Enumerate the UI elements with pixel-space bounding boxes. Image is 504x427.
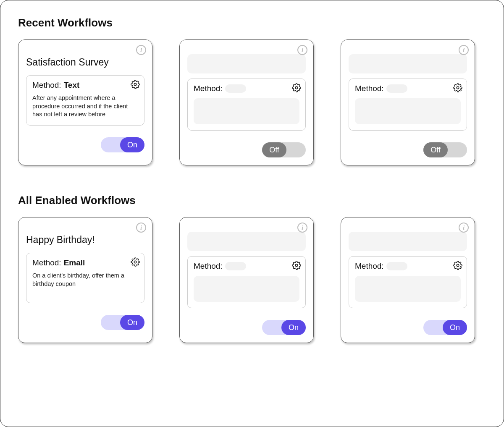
description-placeholder: [194, 276, 299, 302]
workflow-toggle[interactable]: On: [423, 320, 467, 335]
workflow-title: Happy Birthday!: [26, 234, 144, 246]
workflow-method-box: Method:: [349, 256, 467, 308]
workflow-card: Method: On: [179, 217, 314, 343]
method-label: Method:: [194, 84, 223, 93]
workflow-method-line: Method: Email: [32, 258, 138, 267]
workflow-method-line: Method:: [194, 262, 299, 271]
svg-point-2: [457, 86, 459, 89]
svg-point-5: [457, 264, 459, 267]
method-label: Method:: [355, 84, 384, 93]
workflow-toggle[interactable]: Off: [262, 142, 306, 157]
enabled-workflows-row: Happy Birthday! Method: Email On a clien…: [18, 217, 486, 343]
workflow-method-line: Method:: [355, 84, 461, 93]
title-placeholder: [187, 54, 306, 73]
gear-icon[interactable]: [131, 80, 140, 89]
method-value: Text: [64, 81, 80, 90]
method-value-placeholder: [225, 262, 246, 270]
recent-workflows-row: Satisfaction Survey Method: Text After a…: [18, 39, 486, 165]
description-placeholder: [194, 98, 299, 124]
enabled-workflows-heading: All Enabled Workflows: [18, 194, 486, 207]
workflow-method-line: Method:: [355, 262, 461, 271]
info-icon[interactable]: [136, 45, 146, 55]
gear-icon[interactable]: [292, 83, 301, 92]
workflow-description: After any appointment where a procedure …: [32, 94, 138, 119]
svg-point-1: [295, 86, 298, 89]
gear-icon[interactable]: [292, 261, 301, 270]
info-icon[interactable]: [297, 223, 307, 233]
toggle-knob: On: [120, 315, 144, 330]
method-value-placeholder: [225, 84, 246, 93]
info-icon[interactable]: [459, 223, 469, 233]
method-value-placeholder: [386, 84, 407, 93]
workflow-method-box: Method:: [187, 79, 306, 131]
gear-icon[interactable]: [453, 261, 462, 270]
workflow-card: Method: On: [341, 217, 475, 343]
workflows-page: Recent Workflows Satisfaction Survey Met…: [0, 0, 504, 427]
toggle-knob: Off: [423, 142, 448, 157]
workflow-method-box: Method:: [349, 79, 467, 131]
workflow-method-line: Method: Text: [32, 81, 138, 90]
gear-icon[interactable]: [131, 257, 140, 267]
workflow-method-box: Method: Email On a client's birthday, of…: [26, 253, 144, 303]
description-placeholder: [355, 98, 461, 124]
title-placeholder: [349, 54, 467, 73]
recent-workflows-heading: Recent Workflows: [18, 16, 486, 29]
workflow-toggle[interactable]: On: [101, 137, 144, 152]
method-label: Method:: [32, 258, 61, 267]
method-label: Method:: [194, 262, 223, 271]
method-value-placeholder: [386, 262, 407, 270]
gear-icon[interactable]: [453, 83, 462, 92]
svg-point-0: [134, 83, 136, 86]
toggle-knob: On: [120, 137, 144, 152]
method-label: Method:: [32, 81, 61, 90]
workflow-toggle[interactable]: On: [101, 315, 144, 330]
workflow-card: Satisfaction Survey Method: Text After a…: [18, 39, 152, 165]
workflow-toggle[interactable]: Off: [423, 142, 467, 157]
toggle-knob: Off: [262, 142, 286, 157]
svg-point-3: [134, 261, 136, 263]
method-value: Email: [64, 258, 85, 267]
workflow-method-box: Method:: [187, 256, 306, 308]
method-label: Method:: [355, 262, 384, 271]
info-icon[interactable]: [136, 223, 146, 233]
workflow-title: Satisfaction Survey: [26, 57, 144, 68]
svg-point-4: [295, 264, 298, 267]
title-placeholder: [187, 232, 306, 251]
workflow-card: Happy Birthday! Method: Email On a clien…: [18, 217, 152, 343]
description-placeholder: [355, 276, 461, 302]
workflow-card: Method: Off: [179, 39, 314, 165]
toggle-knob: On: [281, 320, 306, 335]
workflow-toggle[interactable]: On: [262, 320, 306, 335]
workflow-method-line: Method:: [194, 84, 299, 93]
info-icon[interactable]: [459, 45, 469, 55]
workflow-card: Method: Off: [341, 39, 475, 165]
toggle-knob: On: [443, 320, 467, 335]
title-placeholder: [349, 232, 467, 251]
info-icon[interactable]: [297, 45, 307, 55]
workflow-method-box: Method: Text After any appointment where…: [26, 75, 144, 126]
workflow-description: On a client's birthday, offer them a bir…: [32, 272, 138, 288]
